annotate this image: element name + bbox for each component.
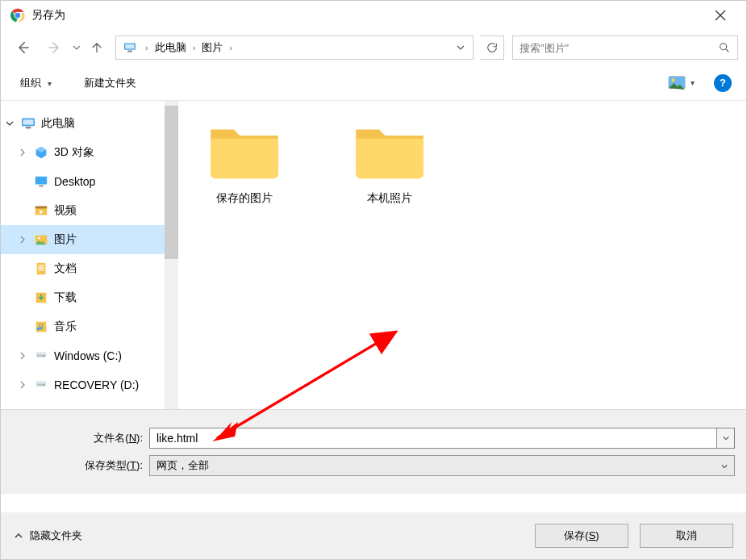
arrow-right-icon bbox=[46, 40, 62, 56]
close-button[interactable] bbox=[704, 2, 737, 28]
pictures-icon bbox=[33, 232, 49, 247]
chevron-right-icon: › bbox=[229, 43, 232, 52]
svg-rect-14 bbox=[35, 177, 47, 185]
scrollbar-thumb[interactable] bbox=[165, 106, 178, 259]
save-button[interactable]: 保存(S) bbox=[535, 524, 628, 548]
view-mode-icon[interactable] bbox=[668, 76, 686, 90]
close-icon bbox=[715, 10, 726, 21]
pc-icon bbox=[123, 42, 137, 53]
tree-item[interactable]: 3D 对象 bbox=[1, 138, 165, 167]
main-area: 此电脑 3D 对象 Desktop 视频 图片 bbox=[1, 101, 746, 409]
filetype-label: 保存类型(T): bbox=[12, 458, 149, 473]
tree-label: RECOVERY (D:) bbox=[54, 378, 139, 391]
chevron-down-icon bbox=[723, 435, 729, 441]
organize-button[interactable]: 组织 ▾ bbox=[15, 73, 56, 94]
crumb-pc[interactable]: 此电脑 bbox=[153, 37, 188, 58]
help-button[interactable]: ? bbox=[714, 74, 732, 92]
svg-rect-27 bbox=[36, 353, 45, 355]
filetype-value: 网页，全部 bbox=[156, 458, 209, 473]
expand-icon[interactable] bbox=[17, 148, 28, 157]
tree-scrollbar[interactable] bbox=[165, 101, 178, 409]
tree-item[interactable]: Desktop bbox=[1, 167, 165, 196]
svg-rect-30 bbox=[36, 382, 45, 384]
tree-item[interactable]: 下载 bbox=[1, 283, 165, 312]
search-icon bbox=[718, 41, 731, 54]
folder-label: 保存的图片 bbox=[216, 191, 273, 206]
svg-point-10 bbox=[671, 78, 674, 81]
arrow-up-icon bbox=[90, 40, 104, 55]
tree-item[interactable]: RECOVERY (D:) bbox=[1, 370, 165, 399]
tree-item[interactable]: Windows (C:) bbox=[1, 341, 165, 370]
tree-label: Desktop bbox=[54, 175, 95, 188]
window-title: 另存为 bbox=[31, 8, 704, 23]
svg-rect-23 bbox=[38, 270, 44, 270]
tree-item[interactable]: 视频 bbox=[1, 196, 165, 225]
save-fields: 文件名(N): 保存类型(T): 网页，全部 bbox=[1, 409, 746, 494]
svg-point-31 bbox=[44, 384, 44, 385]
folder-item[interactable]: 本机照片 bbox=[333, 120, 446, 206]
music-icon bbox=[33, 320, 49, 334]
tree-label: 此电脑 bbox=[41, 116, 75, 131]
folder-tree[interactable]: 此电脑 3D 对象 Desktop 视频 图片 bbox=[1, 101, 165, 409]
tree-label: 下载 bbox=[54, 290, 77, 305]
tree-item[interactable]: 音乐 bbox=[1, 312, 165, 341]
desktop-icon bbox=[33, 174, 49, 189]
arrow-left-icon bbox=[15, 40, 31, 56]
svg-rect-20 bbox=[37, 263, 46, 274]
3d-icon bbox=[33, 145, 49, 160]
tree-label: 音乐 bbox=[54, 320, 77, 334]
collapse-icon[interactable] bbox=[4, 119, 15, 127]
path-dropdown[interactable] bbox=[452, 42, 469, 54]
chevron-right-icon: › bbox=[145, 43, 148, 52]
svg-rect-17 bbox=[35, 207, 47, 209]
svg-point-7 bbox=[720, 44, 727, 50]
chevron-down-icon bbox=[73, 44, 81, 52]
documents-icon bbox=[33, 261, 49, 276]
filename-dropdown[interactable] bbox=[717, 428, 735, 449]
up-button[interactable] bbox=[85, 35, 109, 61]
svg-rect-21 bbox=[38, 265, 44, 266]
toolbar: 组织 ▾ 新建文件夹 ▾ ? bbox=[1, 65, 746, 101]
view-mode-dropdown[interactable]: ▾ bbox=[691, 78, 695, 87]
svg-rect-5 bbox=[125, 44, 134, 49]
tree-item[interactable]: 文档 bbox=[1, 254, 165, 283]
folder-content[interactable]: 保存的图片 本机照片 bbox=[178, 101, 746, 409]
downloads-icon bbox=[33, 290, 49, 305]
pc-icon bbox=[20, 116, 36, 131]
expand-icon[interactable] bbox=[17, 236, 28, 244]
filename-input[interactable] bbox=[149, 428, 717, 449]
breadcrumb-path[interactable]: › 此电脑 › 图片 › bbox=[115, 36, 474, 60]
hide-folders-toggle[interactable]: 隐藏文件夹 bbox=[14, 529, 82, 543]
back-button[interactable] bbox=[9, 35, 38, 61]
tree-item-pc[interactable]: 此电脑 bbox=[1, 109, 165, 138]
hide-folders-label: 隐藏文件夹 bbox=[30, 529, 82, 543]
expand-icon[interactable] bbox=[17, 352, 28, 360]
drive-icon bbox=[33, 378, 49, 392]
new-folder-button[interactable]: 新建文件夹 bbox=[79, 73, 141, 94]
refresh-icon bbox=[486, 41, 499, 54]
help-icon: ? bbox=[720, 77, 726, 89]
expand-icon[interactable] bbox=[17, 381, 28, 389]
nav-bar: › 此电脑 › 图片 › bbox=[1, 30, 746, 65]
folder-item[interactable]: 保存的图片 bbox=[188, 120, 301, 206]
nav-history-dropdown[interactable] bbox=[70, 44, 83, 52]
filename-row: 文件名(N): bbox=[12, 428, 735, 449]
refresh-button[interactable] bbox=[480, 36, 504, 60]
tree-label: Windows (C:) bbox=[54, 349, 122, 362]
svg-rect-15 bbox=[39, 186, 43, 187]
crumb-folder[interactable]: 图片 bbox=[200, 37, 224, 58]
tree-label: 3D 对象 bbox=[54, 145, 94, 160]
search-input[interactable] bbox=[520, 42, 718, 54]
tree-item-selected[interactable]: 图片 bbox=[1, 225, 165, 254]
chrome-icon bbox=[10, 8, 25, 23]
search-box[interactable] bbox=[512, 36, 738, 60]
tree-label: 文档 bbox=[54, 261, 77, 276]
folder-icon bbox=[206, 120, 283, 182]
svg-rect-25 bbox=[36, 322, 47, 332]
filetype-select[interactable]: 网页，全部 bbox=[149, 455, 735, 476]
chevron-down-icon bbox=[721, 463, 728, 470]
forward-button[interactable] bbox=[40, 35, 69, 61]
cancel-button[interactable]: 取消 bbox=[640, 524, 733, 548]
drive-icon bbox=[33, 349, 49, 363]
video-icon bbox=[33, 203, 49, 218]
